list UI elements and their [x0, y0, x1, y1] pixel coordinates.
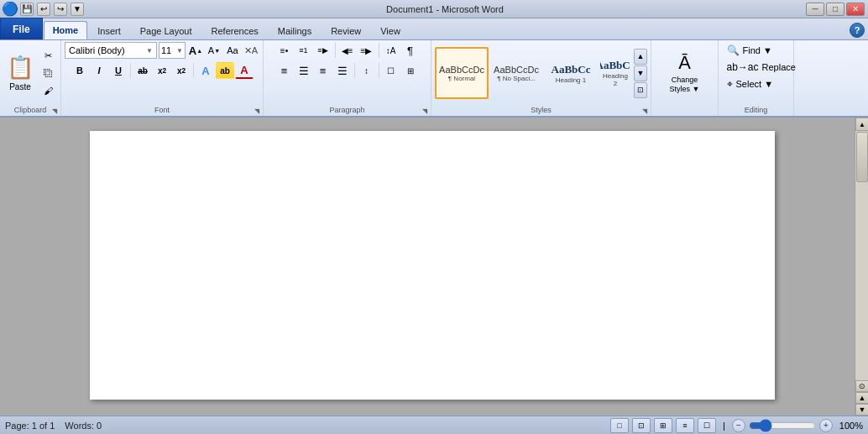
- text-highlight-button[interactable]: ab: [216, 62, 234, 79]
- tab-mailings[interactable]: Mailings: [269, 21, 321, 39]
- style-heading2-preview: AaBbCc: [599, 59, 632, 72]
- tab-view[interactable]: View: [371, 21, 410, 39]
- style-heading1-label: Heading 1: [556, 76, 586, 84]
- print-layout-view-button[interactable]: □: [610, 418, 629, 433]
- increase-indent-button[interactable]: ≡▶: [358, 42, 376, 59]
- style-no-spacing[interactable]: AaBbCcDc ¶ No Spaci...: [489, 47, 543, 99]
- select-button[interactable]: ⌖ Select ▼: [723, 76, 790, 92]
- outline-view-button[interactable]: ≡: [676, 418, 694, 433]
- font-expand[interactable]: ◥: [253, 107, 261, 115]
- vertical-scrollbar[interactable]: ▲ ⊙ ▲ ▼: [855, 118, 868, 416]
- change-styles-icon: Ā: [678, 52, 691, 74]
- word-count: Words: 0: [65, 421, 102, 431]
- styles-scroll-up[interactable]: ▲: [634, 49, 647, 65]
- font-divider2: [193, 63, 194, 78]
- help-button[interactable]: ?: [850, 23, 865, 38]
- document-area: ▲ ⊙ ▲ ▼: [0, 118, 868, 416]
- font-name-box[interactable]: Calibri (Body) ▼: [65, 42, 157, 59]
- style-no-spacing-preview: AaBbCcDc: [494, 65, 539, 75]
- tab-references[interactable]: References: [202, 21, 268, 39]
- superscript-button[interactable]: x2: [172, 62, 191, 79]
- zoom-out-button[interactable]: −: [732, 419, 745, 432]
- find-button[interactable]: 🔍 Find ▼: [723, 42, 790, 58]
- title-bar-left: 🔵 💾 ↩ ↪ ▼: [3, 3, 84, 16]
- tab-file[interactable]: File: [0, 18, 43, 39]
- decrease-indent-button[interactable]: ◀≡: [338, 42, 357, 59]
- format-painter-button[interactable]: 🖌: [39, 82, 57, 99]
- styles-expand[interactable]: ◥: [641, 107, 649, 115]
- close-button[interactable]: ✕: [846, 3, 865, 16]
- status-bar: Page: 1 of 1 Words: 0 □ ⊡ ⊞ ≡ ☐ | − + 10…: [0, 416, 868, 434]
- bold-button[interactable]: B: [71, 62, 89, 79]
- quick-save-btn[interactable]: 💾: [20, 3, 34, 16]
- quick-access-dropdown[interactable]: ▼: [71, 3, 84, 16]
- style-heading1[interactable]: AaBbCc Heading 1: [544, 47, 598, 99]
- zoom-in-button[interactable]: +: [819, 419, 833, 432]
- multilevel-button[interactable]: ≡▶: [314, 42, 332, 59]
- full-screen-view-button[interactable]: ⊡: [632, 418, 651, 433]
- shrink-font-button[interactable]: A▼: [206, 42, 222, 59]
- font-group-content: Calibri (Body) ▼ 11 ▼ A▲ A▼ Aa ✕A B I U …: [65, 42, 259, 116]
- find-label: Find ▼: [743, 45, 772, 55]
- show-para-button[interactable]: ¶: [401, 42, 420, 59]
- editing-group: 🔍 Find ▼ ab→ac Replace ⌖ Select ▼ Editin…: [719, 40, 794, 116]
- clear-format-button[interactable]: ✕A: [243, 42, 259, 59]
- quick-undo-btn[interactable]: ↩: [37, 3, 50, 16]
- font-size-box[interactable]: 11 ▼: [159, 42, 186, 59]
- text-effects-button[interactable]: A: [196, 62, 215, 79]
- replace-icon: ab→ac: [727, 61, 759, 73]
- title-bar: 🔵 💾 ↩ ↪ ▼ Document1 - Microsoft Word ─ □…: [0, 0, 868, 18]
- line-spacing-button[interactable]: ↕: [358, 62, 376, 79]
- subscript-button[interactable]: x2: [153, 62, 171, 79]
- grow-font-button[interactable]: A▲: [187, 42, 204, 59]
- web-layout-view-button[interactable]: ⊞: [654, 418, 672, 433]
- scroll-track[interactable]: [855, 131, 868, 380]
- underline-button[interactable]: U: [109, 62, 128, 79]
- italic-button[interactable]: I: [90, 62, 108, 79]
- clipboard-group: 📋 Paste ✂ ⿻ 🖌 Clipboard ◥: [0, 40, 61, 116]
- draft-view-button[interactable]: ☐: [698, 418, 716, 433]
- scroll-next-button[interactable]: ▼: [855, 404, 868, 416]
- style-heading2[interactable]: AaBbCc Heading 2: [599, 47, 632, 99]
- tab-review[interactable]: Review: [322, 21, 370, 39]
- document-page[interactable]: [90, 131, 775, 400]
- scroll-thumb[interactable]: [856, 132, 868, 182]
- select-browse-object-button[interactable]: ⊙: [855, 380, 868, 392]
- align-center-button[interactable]: ☰: [295, 62, 313, 79]
- scroll-prev-button[interactable]: ▲: [855, 392, 868, 404]
- cut-button[interactable]: ✂: [39, 47, 57, 64]
- tab-home[interactable]: Home: [44, 21, 88, 39]
- clipboard-expand[interactable]: ◥: [50, 107, 59, 115]
- styles-scroll-down[interactable]: ▼: [634, 65, 647, 81]
- paragraph-expand[interactable]: ◥: [421, 107, 429, 115]
- scroll-size-buttons: ⊙ ▲ ▼: [855, 380, 868, 416]
- shading-button[interactable]: ☐: [382, 62, 400, 79]
- styles-expand-button[interactable]: ⊡: [634, 82, 647, 98]
- align-right-button[interactable]: ≡: [314, 62, 332, 79]
- font-color-button[interactable]: A: [235, 62, 254, 79]
- sort-button[interactable]: ↕A: [382, 42, 400, 59]
- replace-button[interactable]: ab→ac Replace: [723, 59, 790, 75]
- align-left-button[interactable]: ≡: [275, 62, 294, 79]
- quick-redo-btn[interactable]: ↪: [54, 3, 67, 16]
- copy-button[interactable]: ⿻: [39, 65, 57, 81]
- tab-insert[interactable]: Insert: [88, 21, 130, 39]
- style-normal[interactable]: AaBbCcDc ¶ Normal: [435, 47, 489, 99]
- style-no-spacing-label: ¶ No Spaci...: [497, 75, 536, 82]
- paste-button[interactable]: 📋 Paste: [3, 46, 37, 100]
- window-title: Document1 - Microsoft Word: [84, 4, 806, 14]
- zoom-slider[interactable]: [749, 420, 816, 431]
- strikethrough-button[interactable]: ab: [133, 62, 152, 79]
- change-case-button[interactable]: Aa: [224, 42, 241, 59]
- minimize-button[interactable]: ─: [806, 3, 824, 16]
- page-info: Page: 1 of 1: [5, 421, 55, 431]
- change-styles-button[interactable]: Ā ChangeStyles ▼: [665, 50, 705, 97]
- tab-page-layout[interactable]: Page Layout: [131, 21, 201, 39]
- maximize-button[interactable]: □: [826, 3, 844, 16]
- justify-button[interactable]: ☰: [333, 62, 352, 79]
- scroll-up-button[interactable]: ▲: [855, 118, 868, 131]
- borders-button[interactable]: ⊞: [401, 62, 420, 79]
- numbering-button[interactable]: ≡1: [295, 42, 313, 59]
- bullets-button[interactable]: ≡•: [275, 42, 294, 59]
- font-name-value: Calibri (Body): [69, 45, 125, 55]
